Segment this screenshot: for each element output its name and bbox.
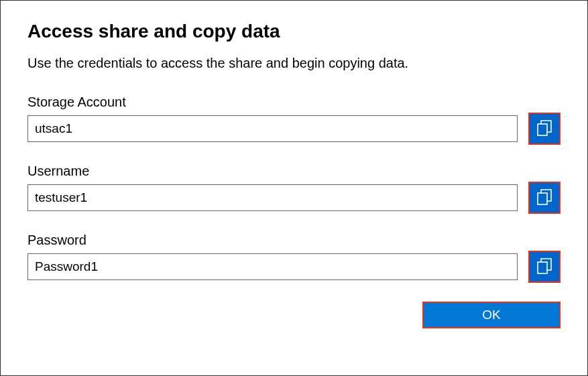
copy-icon: [536, 119, 552, 139]
copy-storage-account-button[interactable]: [528, 113, 561, 145]
username-label: Username: [27, 164, 561, 179]
username-input[interactable]: [27, 184, 518, 211]
dialog-description: Use the credentials to access the share …: [27, 56, 561, 71]
svg-rect-1: [538, 193, 547, 204]
password-field-group: Password: [27, 233, 561, 283]
storage-account-input[interactable]: [27, 115, 518, 142]
copy-icon: [536, 188, 552, 208]
svg-rect-0: [538, 124, 547, 135]
storage-account-field-group: Storage Account: [27, 95, 561, 145]
dialog-button-row: OK: [27, 302, 561, 328]
username-field-group: Username: [27, 164, 561, 214]
storage-account-label: Storage Account: [27, 95, 561, 110]
svg-rect-2: [538, 262, 547, 273]
ok-button[interactable]: OK: [422, 302, 561, 328]
password-row: [27, 251, 561, 283]
dialog-title: Access share and copy data: [27, 21, 561, 42]
password-label: Password: [27, 233, 561, 248]
copy-icon: [536, 257, 552, 277]
credentials-dialog: Access share and copy data Use the crede…: [0, 0, 588, 376]
copy-password-button[interactable]: [528, 251, 561, 283]
storage-account-row: [27, 113, 561, 145]
copy-username-button[interactable]: [528, 182, 561, 214]
password-input[interactable]: [27, 253, 518, 280]
username-row: [27, 182, 561, 214]
